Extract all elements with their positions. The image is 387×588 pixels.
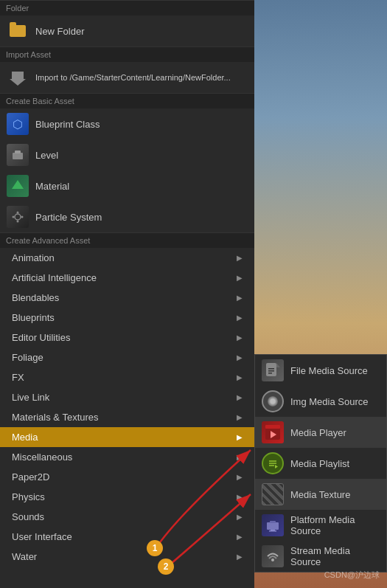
- particle-system-item[interactable]: Particle System: [0, 201, 254, 232]
- svg-rect-24: [269, 530, 276, 532]
- svg-rect-13: [268, 373, 272, 374]
- water-item[interactable]: Water ▶: [0, 547, 254, 567]
- svg-rect-15: [265, 425, 280, 429]
- file-media-source-icon: [261, 359, 285, 382]
- sounds-item[interactable]: Sounds ▶: [0, 507, 254, 527]
- svg-marker-20: [275, 465, 278, 468]
- material-icon: [6, 174, 29, 198]
- stream-media-source-item[interactable]: Stream Media Source: [255, 541, 386, 572]
- svg-point-7: [13, 216, 15, 218]
- left-panel: Folder New Folder Import Asset Import to…: [0, 0, 254, 588]
- blueprints-label: Blueprints: [12, 312, 55, 323]
- mat-tex-label: Materials & Textures: [12, 412, 99, 423]
- sounds-chevron: ▶: [237, 513, 243, 521]
- live-link-label: Live Link: [12, 392, 49, 403]
- section-folder-header: Folder: [0, 0, 254, 15]
- misc-chevron: ▶: [237, 453, 243, 461]
- water-chevron: ▶: [237, 553, 243, 561]
- blueprints-item[interactable]: Blueprints ▶: [0, 308, 254, 328]
- blendables-item[interactable]: Blendables ▶: [0, 288, 254, 308]
- stream-media-source-icon: [261, 544, 285, 568]
- level-item[interactable]: Level: [0, 139, 254, 170]
- new-folder-label: New Folder: [35, 26, 84, 37]
- media-texture-item[interactable]: Media Texture: [255, 479, 386, 510]
- section-basic-header: Create Basic Asset: [0, 93, 254, 108]
- platform-media-source-icon: [261, 513, 285, 537]
- foliage-chevron: ▶: [237, 353, 243, 362]
- media-player-icon: [261, 421, 285, 444]
- foliage-item[interactable]: Foliage ▶: [0, 347, 254, 367]
- img-media-source-label: Img Media Source: [290, 396, 369, 407]
- animation-item[interactable]: Animation ▶: [0, 248, 254, 268]
- svg-rect-2: [15, 151, 21, 153]
- img-media-source-item[interactable]: Img Media Source: [255, 386, 386, 417]
- file-media-source-item[interactable]: File Media Source: [255, 355, 386, 386]
- foliage-label: Foliage: [12, 352, 43, 363]
- svg-point-8: [21, 216, 24, 218]
- svg-rect-1: [13, 153, 23, 159]
- misc-label: Miscellaneous: [12, 452, 72, 463]
- editor-utilities-label: Editor Utilities: [12, 332, 70, 343]
- live-link-item[interactable]: Live Link ▶: [0, 387, 254, 407]
- materials-textures-item[interactable]: Materials & Textures ▶: [0, 407, 254, 427]
- media-playlist-label: Media Playlist: [290, 458, 349, 469]
- platform-media-source-label: Platform Media Source: [290, 514, 380, 536]
- import-label: Import to /Game/StarterContent/Learning/…: [35, 73, 231, 82]
- media-playlist-item[interactable]: Media Playlist: [255, 448, 386, 479]
- ui-label: User Interface: [12, 531, 72, 542]
- animation-label: Animation: [12, 252, 55, 263]
- media-item[interactable]: Media ▶: [0, 427, 254, 447]
- paper2d-label: Paper2D: [12, 471, 49, 482]
- blueprints-chevron: ▶: [237, 314, 243, 322]
- ui-chevron: ▶: [237, 533, 243, 541]
- paper2d-item[interactable]: Paper2D ▶: [0, 467, 254, 487]
- watermark: CSDN@沪边球: [324, 570, 380, 581]
- svg-point-4: [15, 214, 21, 220]
- platform-media-source-item[interactable]: Platform Media Source: [255, 510, 386, 541]
- blendables-chevron: ▶: [237, 294, 243, 302]
- miscellaneous-item[interactable]: Miscellaneous ▶: [0, 447, 254, 467]
- blueprint-class-item[interactable]: ⬡ Blueprint Class: [0, 108, 254, 139]
- new-folder-item[interactable]: New Folder: [0, 15, 254, 46]
- media-texture-label: Media Texture: [290, 489, 350, 500]
- section-import-header: Import Asset: [0, 46, 254, 62]
- level-icon: [6, 143, 29, 167]
- ai-label: Artificial Intelligence: [12, 272, 97, 283]
- user-interface-item[interactable]: User Interface ▶: [0, 527, 254, 547]
- mat-tex-chevron: ▶: [237, 413, 243, 421]
- file-media-source-label: File Media Source: [290, 365, 368, 376]
- animation-chevron: ▶: [237, 254, 243, 262]
- blueprint-label: Blueprint Class: [35, 119, 100, 130]
- fx-label: FX: [12, 372, 24, 383]
- media-chevron: ▶: [237, 433, 243, 441]
- media-playlist-icon: [261, 452, 285, 475]
- media-player-item[interactable]: Media Player: [255, 417, 386, 448]
- artificial-intelligence-item[interactable]: Artificial Intelligence ▶: [0, 268, 254, 288]
- physics-chevron: ▶: [237, 493, 243, 501]
- svg-point-5: [17, 212, 19, 214]
- svg-rect-12: [268, 370, 274, 372]
- svg-marker-10: [276, 363, 280, 367]
- material-item[interactable]: Material: [0, 170, 254, 201]
- svg-rect-11: [268, 368, 274, 370]
- svg-rect-22: [270, 521, 276, 523]
- img-media-source-icon: [261, 390, 285, 413]
- live-link-chevron: ▶: [237, 393, 243, 401]
- physics-item[interactable]: Physics ▶: [0, 487, 254, 507]
- svg-rect-21: [267, 522, 279, 530]
- physics-label: Physics: [12, 491, 45, 502]
- media-label: Media: [12, 432, 38, 443]
- sounds-label: Sounds: [12, 511, 44, 522]
- editor-utilities-chevron: ▶: [237, 333, 243, 342]
- fx-chevron: ▶: [237, 373, 243, 381]
- paper2d-chevron: ▶: [237, 473, 243, 481]
- level-label: Level: [35, 150, 58, 161]
- folder-icon: [6, 19, 29, 43]
- fx-item[interactable]: FX ▶: [0, 367, 254, 387]
- blendables-label: Blendables: [12, 292, 59, 303]
- editor-utilities-item[interactable]: Editor Utilities ▶: [0, 328, 254, 347]
- svg-marker-0: [10, 72, 26, 86]
- import-item[interactable]: Import to /Game/StarterContent/Learning/…: [0, 62, 254, 93]
- water-label: Water: [12, 551, 37, 562]
- particle-system-label: Particle System: [35, 212, 102, 223]
